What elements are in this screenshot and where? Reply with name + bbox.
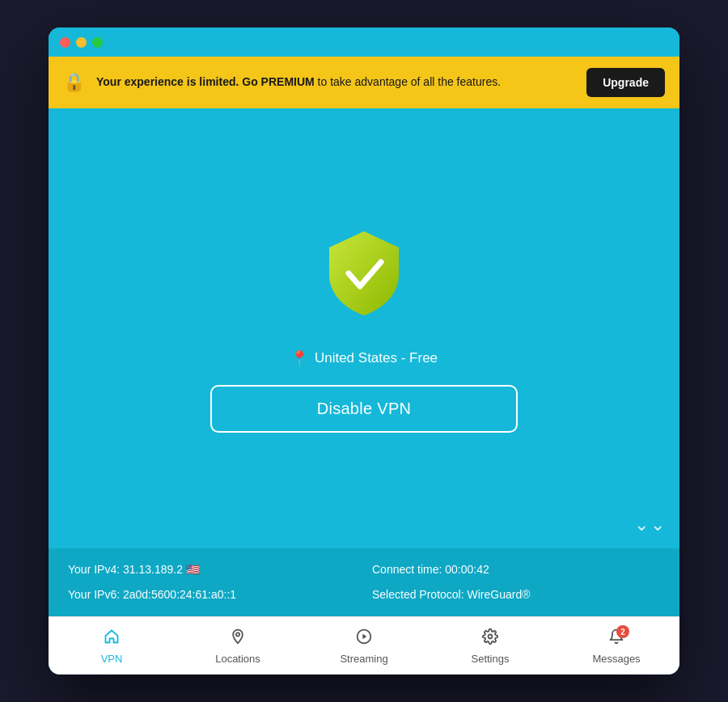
ipv4-info: Your IPv4: 31.13.189.2 🇺🇸 [68, 561, 356, 578]
lock-icon: 🔒 [63, 72, 85, 93]
streaming-icon [356, 628, 372, 649]
window-buttons [60, 37, 103, 48]
scroll-indicator: ⌄⌄ [634, 516, 667, 534]
bottom-navigation: VPN Locations Streaming [49, 616, 679, 675]
location-row[interactable]: 📍 United States - Free [290, 349, 438, 367]
vpn-shield [320, 225, 408, 325]
banner-text: Your experience is limited. Go PREMIUM t… [96, 74, 575, 91]
upgrade-button[interactable]: Upgrade [586, 68, 665, 97]
disable-vpn-button[interactable]: Disable VPN [210, 385, 518, 433]
shield-icon [320, 225, 408, 322]
banner-text-premium: PREMIUM [261, 75, 315, 88]
settings-icon [482, 628, 498, 649]
nav-label-settings: Settings [472, 653, 510, 665]
nav-item-vpn[interactable]: VPN [49, 617, 175, 675]
connect-time-info: Connect time: 00:00:42 [372, 561, 660, 578]
main-content: 📍 United States - Free Disable VPN ⌄⌄ [49, 108, 679, 548]
nav-item-settings[interactable]: Settings [427, 617, 553, 675]
vpn-icon [104, 628, 120, 649]
svg-point-4 [489, 635, 493, 639]
nav-label-messages: Messages [592, 653, 640, 665]
info-bar: Your IPv4: 31.13.189.2 🇺🇸 Connect time: … [49, 548, 679, 616]
svg-point-1 [236, 632, 239, 636]
nav-item-locations[interactable]: Locations [175, 617, 301, 675]
nav-item-messages[interactable]: 2 Messages [553, 617, 679, 675]
maximize-button[interactable] [92, 37, 103, 48]
svg-marker-3 [362, 634, 366, 640]
location-pin-icon: 📍 [290, 349, 308, 367]
protocol-info: Selected Protocol: WireGuard® [372, 586, 660, 603]
minimize-button[interactable] [76, 37, 87, 48]
banner-text-limited: Your experience is limited. Go [96, 75, 261, 88]
nav-label-locations: Locations [215, 653, 260, 665]
ipv6-info: Your IPv6: 2a0d:5600:24:61:a0::1 [68, 586, 356, 603]
messages-badge: 2 [616, 625, 629, 638]
nav-label-streaming: Streaming [340, 653, 387, 665]
location-label: United States - Free [315, 350, 438, 366]
nav-label-vpn: VPN [101, 653, 123, 665]
banner-text-suffix: to take advantage of all the features. [315, 75, 501, 88]
upgrade-banner: 🔒 Your experience is limited. Go PREMIUM… [49, 57, 679, 108]
svg-marker-0 [106, 631, 118, 643]
nav-item-streaming[interactable]: Streaming [301, 617, 427, 675]
app-window: 🔒 Your experience is limited. Go PREMIUM… [49, 27, 679, 675]
title-bar [49, 27, 679, 57]
locations-icon [230, 628, 246, 649]
close-button[interactable] [60, 37, 70, 48]
